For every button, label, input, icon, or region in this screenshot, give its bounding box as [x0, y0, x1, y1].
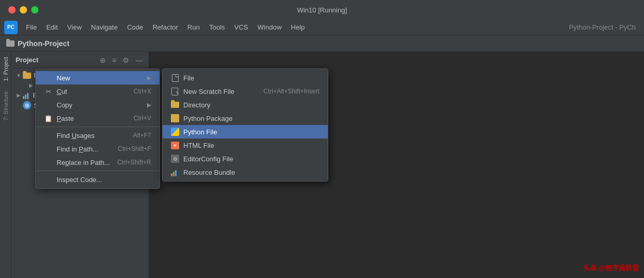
menu-right-text: Python-Project - PyCh	[569, 23, 640, 31]
ctx-shortcut-paste: Ctrl+V	[133, 115, 151, 122]
ctx-item-new[interactable]: New ▶	[36, 71, 159, 85]
py-icon	[171, 128, 179, 136]
submenu-item-editorconfig[interactable]: ⚙ EditorConfig File	[163, 152, 328, 165]
html-icon: H	[171, 142, 179, 149]
panel-icon-settings[interactable]: ⚙	[121, 55, 131, 65]
menu-navigate[interactable]: Navigate	[87, 22, 122, 32]
submenu-new: File New Scratch File Ctrl+Alt+Shift+Ins…	[162, 68, 328, 182]
ctx-item-copy[interactable]: Copy ▶	[36, 98, 159, 112]
panel-title: Project	[16, 56, 38, 64]
title-bar: Win10 [Running]	[0, 0, 644, 20]
ctx-copy-icon	[44, 101, 52, 109]
panel-icon-minimize[interactable]: —	[134, 55, 144, 65]
scratch-icon	[171, 87, 179, 95]
submenu-label-pypkg: Python Package	[183, 115, 233, 122]
ctx-separator-1	[36, 127, 159, 127]
ctx-item-replace-path[interactable]: Replace in Path... Ctrl+Shift+R	[36, 156, 159, 169]
submenu-item-directory[interactable]: Directory	[163, 98, 328, 112]
submenu-editorconfig-icon: ⚙	[171, 155, 179, 163]
maximize-button[interactable]	[31, 6, 38, 13]
menu-run[interactable]: Run	[183, 22, 204, 32]
submenu-scratch-icon	[171, 87, 179, 95]
menu-bar: PC File Edit View Navigate Code Refactor…	[0, 20, 644, 35]
submenu-html-icon: H	[171, 141, 179, 149]
menu-view[interactable]: View	[63, 22, 86, 32]
scratches-icon: ◎	[23, 101, 31, 109]
submenu-item-resource[interactable]: Resource Bundle	[163, 165, 328, 179]
submenu-label-pyfile: Python File	[183, 128, 217, 136]
project-panel: Project ⊕ ≡ ⚙ — ▼ Python-Project ▶ venv …	[11, 52, 149, 278]
submenu-label-html: HTML File	[183, 142, 214, 149]
pypkg-icon	[171, 114, 179, 122]
panel-icon-layout[interactable]: ≡	[111, 55, 118, 65]
tree-arrow-root: ▼	[16, 73, 22, 79]
ctx-item-paste[interactable]: 📋 Paste Ctrl+V	[36, 112, 159, 125]
ctx-label-inspect: Inspect Code...	[57, 176, 102, 184]
ctx-label-replace-path: Replace in Path...	[57, 159, 110, 166]
submenu-item-pyfile[interactable]: Python File	[163, 125, 328, 138]
menu-file[interactable]: File	[22, 22, 41, 32]
ctx-label-copy: Copy	[57, 101, 72, 109]
submenu-item-pypkg[interactable]: Python Package	[163, 112, 328, 125]
submenu-item-html[interactable]: H HTML File	[163, 138, 328, 152]
submenu-pypkg-icon	[171, 114, 179, 122]
submenu-dir-icon	[171, 101, 179, 109]
gear-icon: ⚙	[173, 156, 178, 162]
ctx-label-cut: Cut	[57, 88, 67, 95]
submenu-label-file: File	[183, 74, 194, 82]
sidebar-tab-structure[interactable]: 7: Structure	[1, 86, 10, 126]
menu-refactor[interactable]: Refactor	[149, 22, 182, 32]
editorconfig-icon: ⚙	[171, 155, 179, 163]
ctx-replace-path-icon	[44, 158, 52, 166]
menu-code[interactable]: Code	[123, 22, 147, 32]
submenu-label-directory: Directory	[183, 101, 210, 109]
minimize-button[interactable]	[20, 6, 27, 13]
ctx-shortcut-cut: Ctrl+X	[133, 88, 151, 95]
submenu-label-editorconfig: EditorConfig File	[183, 155, 233, 163]
menu-help[interactable]: Help	[287, 22, 309, 32]
panel-toolbar: Project ⊕ ≡ ⚙ —	[11, 52, 149, 68]
ctx-separator-2	[36, 171, 159, 171]
ctx-paste-icon: 📋	[44, 114, 52, 122]
traffic-lights	[8, 6, 38, 13]
ctx-shortcut-replace-path: Ctrl+Shift+R	[117, 159, 151, 166]
side-tabs-left: 1: Project 7: Structure	[0, 52, 11, 278]
close-button[interactable]	[8, 6, 16, 13]
ctx-cut-icon: ✂	[44, 87, 52, 95]
app-logo-text: PC	[7, 24, 15, 30]
tree-arrow-ext: ▶	[16, 92, 22, 99]
panel-icon-add[interactable]: ⊕	[98, 55, 108, 65]
ctx-label-find-path: Find in Path...	[57, 145, 98, 153]
ctx-item-cut[interactable]: ✂ Cut Ctrl+X	[36, 85, 159, 98]
main-area: 1: Project 7: Structure Project ⊕ ≡ ⚙ — …	[0, 52, 644, 278]
watermark: 头条 @程序员联盟	[583, 263, 639, 273]
submenu-shortcut-scratch: Ctrl+Alt+Shift+Insert	[263, 88, 319, 95]
root-folder-icon	[23, 73, 31, 79]
ctx-shortcut-find-usages: Alt+F7	[133, 132, 151, 139]
ctx-find-usages-icon	[44, 131, 52, 140]
sidebar-tab-project[interactable]: 1: Project	[1, 52, 10, 86]
menu-window[interactable]: Window	[253, 22, 286, 32]
ctx-label-paste: Paste	[57, 115, 74, 122]
menu-edit[interactable]: Edit	[42, 22, 62, 32]
submenu-item-scratch[interactable]: New Scratch File Ctrl+Alt+Shift+Insert	[163, 85, 328, 98]
ctx-item-find-path[interactable]: Find in Path... Ctrl+Shift+F	[36, 142, 159, 156]
ctx-item-find-usages[interactable]: Find Usages Alt+F7	[36, 129, 159, 142]
submenu-label-scratch: New Scratch File	[183, 88, 234, 95]
resource-icon	[171, 168, 179, 176]
submenu-pyfile-icon	[171, 128, 179, 136]
ctx-shortcut-find-path: Ctrl+Shift+F	[118, 145, 151, 152]
project-header: Python-Project	[0, 35, 644, 52]
dir-icon	[171, 102, 179, 108]
submenu-item-file[interactable]: File	[163, 71, 328, 85]
menu-vcs[interactable]: VCS	[230, 22, 252, 32]
file-icon	[172, 74, 179, 82]
project-header-title: Python-Project	[18, 39, 70, 48]
submenu-label-resource: Resource Bundle	[183, 169, 235, 176]
submenu-resource-icon	[171, 168, 179, 176]
ctx-arrow-copy: ▶	[147, 102, 151, 108]
app-logo: PC	[4, 21, 18, 34]
ctx-item-inspect[interactable]: Inspect Code...	[36, 173, 159, 186]
tree-arrow-venv: ▶	[28, 82, 34, 89]
menu-tools[interactable]: Tools	[205, 22, 229, 32]
